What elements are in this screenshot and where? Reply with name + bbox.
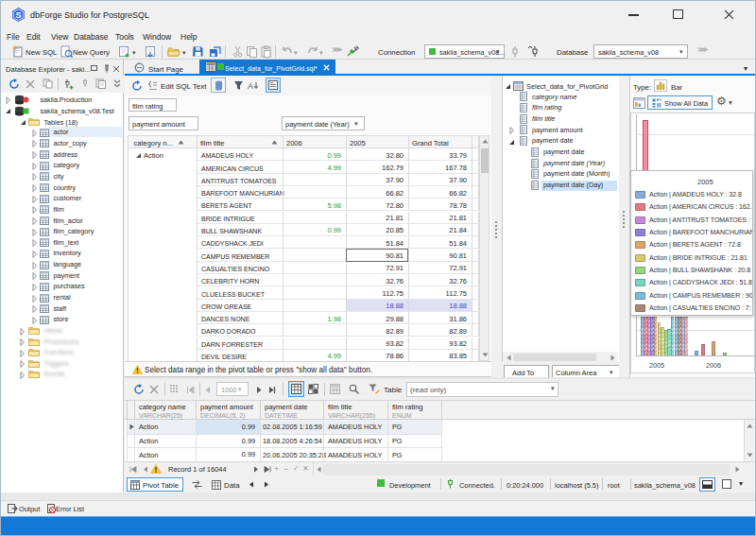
svg-text:S: S [15,10,21,20]
svg-text:A: A [248,81,253,91]
